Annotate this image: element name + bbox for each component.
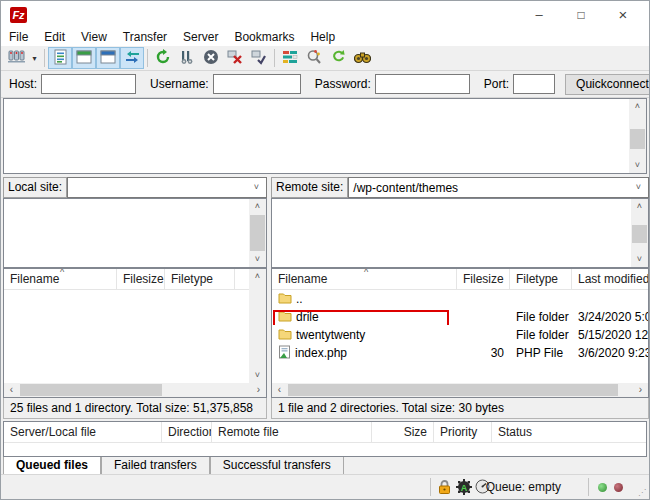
toggle-remote-tree-button[interactable]: [96, 47, 120, 69]
menu-transfer[interactable]: Transfer: [115, 29, 175, 46]
local-file-list-pane: Filename ^ Filesize Filetype ˄ ˅ ‹ ›: [3, 268, 267, 398]
menu-server[interactable]: Server: [175, 29, 226, 46]
remote-tree-scrollbar[interactable]: ˄ ˅: [631, 199, 648, 267]
remote-list-hscrollbar[interactable]: ‹ ›: [272, 383, 648, 397]
remote-file-list-pane: Filename ^ Filesize Filetype Last modifi…: [271, 268, 649, 398]
file-type: PHP File: [510, 346, 572, 360]
filter-icon: [282, 50, 298, 67]
compare-button[interactable]: [302, 47, 326, 69]
minimize-button[interactable]: –: [519, 1, 559, 29]
toggle-queue-button[interactable]: [120, 47, 144, 69]
column-header-filesize[interactable]: Filesize: [117, 269, 165, 289]
scroll-thumb[interactable]: [630, 129, 645, 149]
local-tree-scrollbar[interactable]: ˄ ˅: [249, 199, 266, 267]
toggle-log-button[interactable]: [48, 47, 72, 69]
column-header-server-local-file[interactable]: Server/Local file: [4, 422, 162, 442]
scroll-thumb[interactable]: [20, 384, 162, 396]
cancel-button[interactable]: [199, 47, 223, 69]
file-row-twentytwenty[interactable]: twentytwenty File folder 5/15/2020 12:: [272, 326, 648, 344]
reconnect-icon: [251, 49, 267, 68]
sync-browsing-button[interactable]: [326, 47, 350, 69]
scroll-up-icon[interactable]: ˄: [249, 199, 266, 214]
status-green-indicator: [598, 483, 607, 492]
close-button[interactable]: ×: [603, 1, 643, 29]
menu-help[interactable]: Help: [302, 29, 343, 46]
scroll-up-icon[interactable]: ˄: [629, 99, 646, 114]
scroll-right-icon[interactable]: ›: [633, 383, 648, 397]
resize-grip[interactable]: ⋰: [638, 488, 647, 497]
refresh-button[interactable]: [151, 47, 175, 69]
statusbar-separator: [430, 478, 431, 496]
maximize-button[interactable]: □: [561, 1, 601, 29]
message-log-icon: [53, 49, 68, 68]
local-site-combo[interactable]: ˅: [67, 177, 267, 198]
column-header-size[interactable]: Size: [372, 422, 434, 442]
message-log-scrollbar[interactable]: ˄ ˅: [629, 99, 646, 173]
lock-icon[interactable]: [437, 479, 453, 495]
remote-site-combo[interactable]: /wp-content/themes ˅: [348, 177, 649, 198]
scroll-up-icon[interactable]: ˄: [249, 269, 266, 284]
combo-arrow-icon[interactable]: ˅: [249, 178, 264, 197]
password-input[interactable]: [375, 74, 470, 94]
host-input[interactable]: [41, 74, 136, 94]
transfer-queue-pane: Server/Local file Direction Remote file …: [3, 421, 647, 457]
scroll-down-icon[interactable]: ˅: [631, 252, 648, 267]
cancel-icon: [203, 49, 219, 68]
file-modified: 3/6/2020 9:23: [572, 346, 648, 360]
disconnect-icon: [227, 49, 243, 68]
column-header-direction[interactable]: Direction: [162, 422, 212, 442]
statusbar-separator: [588, 478, 589, 496]
scroll-down-icon[interactable]: ˅: [249, 368, 266, 383]
column-header-last-modified[interactable]: Last modified: [572, 269, 648, 289]
combo-arrow-icon[interactable]: ˅: [631, 178, 646, 197]
file-row-index-php[interactable]: index.php 30 PHP File 3/6/2020 9:23: [272, 344, 648, 362]
password-label: Password:: [315, 77, 371, 91]
find-button[interactable]: [350, 47, 374, 69]
scroll-down-icon[interactable]: ˅: [249, 252, 266, 267]
menu-bookmarks[interactable]: Bookmarks: [226, 29, 302, 46]
column-header-filetype[interactable]: Filetype: [510, 269, 572, 289]
username-input[interactable]: [213, 74, 301, 94]
disconnect-button[interactable]: [223, 47, 247, 69]
remote-tree-pane: ˄ ˅: [271, 198, 649, 268]
scroll-thumb[interactable]: [632, 225, 647, 243]
scroll-thumb[interactable]: [288, 384, 618, 396]
column-header-status[interactable]: Status: [492, 422, 646, 442]
reconnect-button[interactable]: [247, 47, 271, 69]
refresh-icon: [155, 49, 171, 68]
quickconnect-button[interactable]: Quickconnect: [565, 74, 650, 95]
local-list-scrollbar[interactable]: ˄ ˅: [249, 269, 266, 383]
menu-edit[interactable]: Edit: [36, 29, 73, 46]
column-header-priority[interactable]: Priority: [434, 422, 492, 442]
local-list-hscrollbar[interactable]: ‹ ›: [4, 383, 266, 397]
auto-transfer-mode-icon[interactable]: A: [456, 479, 472, 495]
scroll-up-icon[interactable]: ˄: [631, 199, 648, 214]
filter-button[interactable]: [278, 47, 302, 69]
column-header-filename[interactable]: Filename ^: [272, 269, 457, 289]
file-row-drile[interactable]: drile File folder 3/24/2020 5:0: [272, 308, 648, 326]
site-manager-button[interactable]: [4, 47, 28, 69]
toolbar-separator: [44, 49, 45, 67]
site-manager-dropdown[interactable]: ▾: [28, 47, 41, 69]
column-header-remote-file[interactable]: Remote file: [212, 422, 372, 442]
sort-ascending-icon: ^: [60, 269, 64, 277]
file-row-parent-dir[interactable]: ..: [272, 290, 648, 308]
local-status-text: 25 files and 1 directory. Total size: 51…: [3, 398, 267, 419]
local-tree-pane: ˄ ˅: [3, 198, 267, 268]
file-size: 30: [457, 346, 510, 360]
toggle-local-tree-button[interactable]: [72, 47, 96, 69]
message-log-pane: ˄ ˅: [3, 98, 647, 174]
scroll-right-icon[interactable]: ›: [251, 383, 266, 397]
scroll-left-icon[interactable]: ‹: [272, 383, 287, 397]
filezilla-window: Fz – □ × File Edit View Transfer Server …: [0, 0, 650, 500]
column-header-filename[interactable]: Filename ^: [4, 269, 117, 289]
column-header-filetype[interactable]: Filetype: [165, 269, 235, 289]
menu-file[interactable]: File: [1, 29, 36, 46]
scroll-down-icon[interactable]: ˅: [629, 158, 646, 173]
column-header-filesize[interactable]: Filesize: [457, 269, 510, 289]
process-queue-button[interactable]: [175, 47, 199, 69]
menu-view[interactable]: View: [73, 29, 115, 46]
port-input[interactable]: [513, 74, 555, 94]
scroll-left-icon[interactable]: ‹: [4, 383, 19, 397]
scroll-thumb[interactable]: [250, 215, 265, 251]
